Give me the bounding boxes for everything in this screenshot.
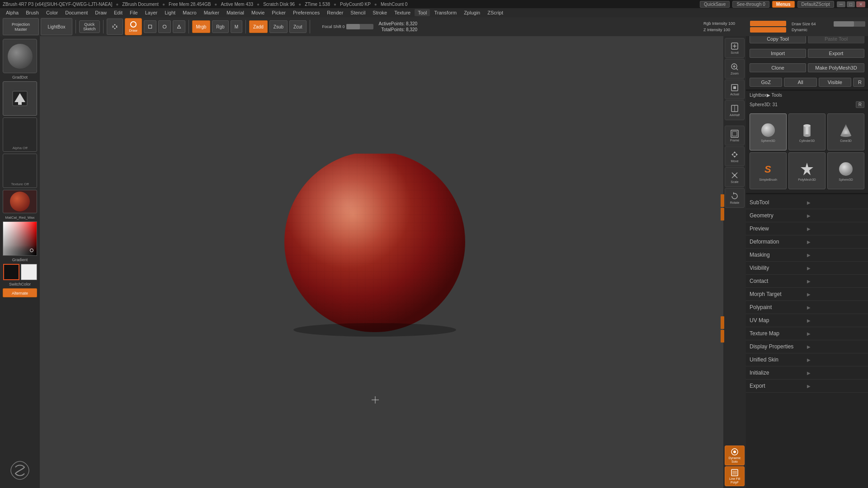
export-section[interactable]: Export ▶ bbox=[746, 380, 868, 393]
deformation-section[interactable]: Deformation ▶ bbox=[746, 235, 868, 249]
z-intensity-slider[interactable] bbox=[750, 27, 786, 33]
app-title: ZBrush 4R7 P3 (x64)[SIUH-QEYF-QWEG-LJTI-… bbox=[3, 2, 112, 7]
menu-edit[interactable]: Edit bbox=[111, 9, 126, 16]
r-btn[interactable]: R bbox=[853, 78, 864, 87]
preview-section[interactable]: Preview ▶ bbox=[746, 222, 868, 235]
aahalf-btn[interactable]: AAHalf bbox=[725, 100, 745, 120]
menu-preferences[interactable]: Preferences bbox=[290, 9, 323, 16]
rgb-btn[interactable]: Rgb bbox=[212, 20, 228, 33]
menu-texture[interactable]: Texture bbox=[391, 9, 414, 16]
m-btn[interactable]: M bbox=[231, 20, 242, 33]
texture-preview[interactable]: Texture Off bbox=[3, 154, 37, 188]
actual-btn[interactable]: Actual bbox=[725, 80, 745, 99]
arrow-tool-btn[interactable] bbox=[3, 81, 37, 116]
dynamic-btn[interactable]: Dynamic Solo bbox=[725, 446, 745, 465]
goz-btn[interactable]: GoZ bbox=[750, 78, 782, 87]
alternate-btn[interactable]: Alternate bbox=[3, 288, 37, 297]
morph-target-section[interactable]: Morph Target ▶ bbox=[746, 288, 868, 301]
menu-color[interactable]: Color bbox=[43, 9, 61, 16]
clone-btn[interactable]: Clone bbox=[750, 63, 806, 72]
contact-section[interactable]: Contact ▶ bbox=[746, 275, 868, 288]
menu-macro[interactable]: Macro bbox=[179, 9, 200, 16]
active-points-info: ActivePoints: 8,320 TotalPoints: 8,320 bbox=[379, 21, 418, 32]
default-script[interactable]: DefaultZScript bbox=[797, 1, 834, 8]
canvas-area[interactable] bbox=[40, 36, 746, 488]
menu-zplugin[interactable]: Zplugin bbox=[461, 9, 483, 16]
quick-sketch-btn[interactable]: Quick Sketch bbox=[79, 20, 100, 33]
tool-sphere3d-2[interactable]: Sphere3D bbox=[827, 152, 864, 189]
menu-brush[interactable]: Brush bbox=[23, 9, 42, 16]
tool-polymesh3d[interactable]: PolyMesh3D bbox=[788, 152, 826, 189]
line-fill-btn[interactable]: Line Fill PolyF bbox=[725, 466, 745, 486]
polypaint-section[interactable]: Polypaint ▶ bbox=[746, 301, 868, 314]
texture-map-section[interactable]: Texture Map ▶ bbox=[746, 327, 868, 340]
move-view-btn[interactable]: Move bbox=[725, 146, 745, 166]
geometry-section[interactable]: Geometry ▶ bbox=[746, 209, 868, 222]
foreground-swatch[interactable] bbox=[3, 264, 19, 280]
tool-cylinder3d[interactable]: Cylinder3D bbox=[788, 113, 826, 150]
tool-cone3d[interactable]: Cone3D bbox=[827, 113, 864, 150]
menu-movie[interactable]: Movie bbox=[248, 9, 268, 16]
lightbox-btn[interactable]: LightBox bbox=[41, 18, 72, 35]
export-top-btn[interactable]: Export bbox=[808, 49, 864, 58]
svg-point-34 bbox=[803, 124, 811, 127]
menus-btn[interactable]: Menus bbox=[772, 1, 795, 8]
menu-tool[interactable]: Tool bbox=[415, 9, 430, 16]
draw-size-slider[interactable] bbox=[834, 21, 865, 27]
initialize-section[interactable]: Initialize ▶ bbox=[746, 366, 868, 380]
lightbox-tools-label[interactable]: Lightbox▶ Tools bbox=[746, 91, 868, 99]
zoom-btn[interactable]: Zoom bbox=[725, 59, 745, 79]
menu-draw[interactable]: Draw bbox=[92, 9, 110, 16]
transform-3-btn[interactable] bbox=[173, 20, 185, 33]
menu-document[interactable]: Document bbox=[62, 9, 91, 16]
material-preview[interactable] bbox=[3, 190, 37, 213]
display-properties-section[interactable]: Display Properties ▶ bbox=[746, 340, 868, 353]
make-polymesh-btn[interactable]: Make PolyMesh3D bbox=[808, 63, 864, 72]
alpha-preview[interactable]: Alpha Off bbox=[3, 117, 37, 152]
focal-shift-slider[interactable] bbox=[346, 24, 373, 29]
draw-btn[interactable]: Draw bbox=[125, 18, 142, 35]
all-btn[interactable]: All bbox=[784, 78, 816, 87]
sphere3d-r-btn[interactable]: R bbox=[856, 101, 864, 108]
frame-btn[interactable]: Frame bbox=[725, 126, 745, 145]
visible-btn[interactable]: Visible bbox=[819, 78, 851, 87]
scale-view-btn[interactable]: Scale bbox=[725, 167, 745, 187]
menu-render[interactable]: Render bbox=[324, 9, 346, 16]
menu-layer[interactable]: Layer bbox=[142, 9, 161, 16]
masking-section[interactable]: Masking ▶ bbox=[746, 249, 868, 262]
rotate-view-btn[interactable]: Rotate bbox=[725, 188, 745, 208]
import-btn[interactable]: Import bbox=[750, 49, 806, 58]
tool-simplebrush[interactable]: S SimpleBrush bbox=[750, 152, 787, 189]
menu-stroke[interactable]: Stroke bbox=[369, 9, 390, 16]
menu-transform[interactable]: Transform bbox=[431, 9, 460, 16]
move-icon-btn[interactable] bbox=[107, 19, 123, 35]
quicksave-btn[interactable]: QuickSave bbox=[700, 1, 730, 8]
see-through[interactable]: See-through 0 bbox=[732, 1, 769, 8]
menu-picker[interactable]: Picker bbox=[269, 9, 289, 16]
window-controls[interactable]: ─ □ ✕ bbox=[837, 1, 865, 7]
tool-sphere3d[interactable]: Sphere3D bbox=[750, 113, 787, 150]
rgb-intensity-slider[interactable] bbox=[750, 21, 786, 26]
background-swatch[interactable] bbox=[21, 264, 37, 280]
transform-1-btn[interactable] bbox=[144, 20, 156, 33]
zadd-btn[interactable]: Zadd bbox=[249, 20, 268, 33]
zsub-btn[interactable]: Zsub bbox=[269, 20, 288, 33]
transform-2-btn[interactable] bbox=[158, 20, 171, 33]
projection-master-btn[interactable]: Projection Master bbox=[3, 18, 39, 35]
menu-marker[interactable]: Marker bbox=[201, 9, 222, 16]
visibility-section[interactable]: Visibility ▶ bbox=[746, 262, 868, 275]
menu-material[interactable]: Material bbox=[223, 9, 247, 16]
menu-zscript[interactable]: ZScript bbox=[484, 9, 506, 16]
brush-preview[interactable] bbox=[3, 39, 37, 73]
color-picker[interactable] bbox=[3, 221, 37, 256]
scroll-btn[interactable]: Scroll bbox=[725, 38, 745, 58]
menu-alpha[interactable]: Alpha bbox=[3, 9, 22, 16]
unified-skin-section[interactable]: Unified Skin ▶ bbox=[746, 353, 868, 366]
subtool-section[interactable]: SubTool ▶ bbox=[746, 196, 868, 209]
mrgb-btn[interactable]: Mrgb bbox=[192, 20, 211, 33]
zcut-btn[interactable]: Zcut bbox=[289, 20, 306, 33]
menu-file[interactable]: File bbox=[127, 9, 141, 16]
menu-light[interactable]: Light bbox=[161, 9, 179, 16]
menu-stencil[interactable]: Stencil bbox=[347, 9, 368, 16]
uv-map-section[interactable]: UV Map ▶ bbox=[746, 314, 868, 327]
